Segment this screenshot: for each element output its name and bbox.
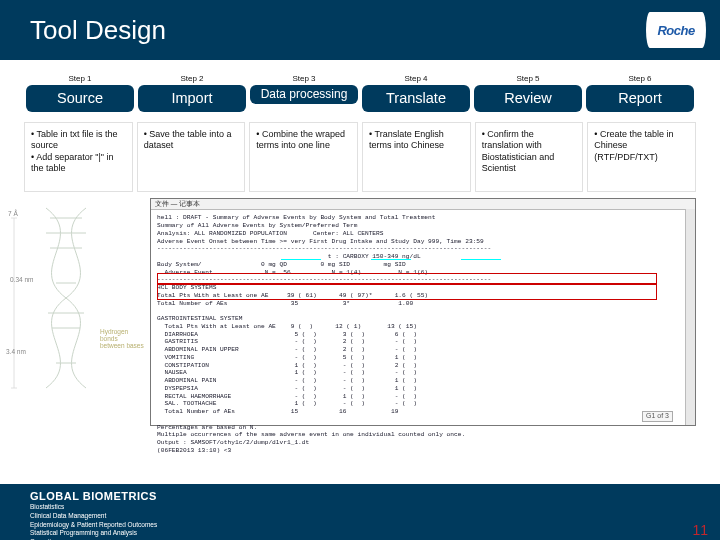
ss-line: ABDOMINAL PAIN - ( ) - ( ) 1 ( ) bbox=[157, 377, 417, 384]
ss-line: RECTAL HAEMORRHAGE - ( ) 1 ( ) - ( ) bbox=[157, 393, 417, 400]
step-label: Step 1 bbox=[24, 74, 136, 83]
ss-line: Total Number of AEs 15 16 19 bbox=[157, 408, 398, 415]
step-title: Translate bbox=[362, 85, 470, 112]
desc-6: Create the table in Chinese (RTF/PDF/TXT… bbox=[587, 122, 696, 192]
step-label: Step 3 bbox=[248, 74, 360, 83]
embedded-notepad-screenshot: 文件 — 记事本 hell : DRAFT - Summary of Adver… bbox=[150, 198, 696, 426]
ss-group: GASTROINTESTINAL SYSTEM bbox=[157, 315, 242, 322]
desc-bullet: Save the table into a dataset bbox=[144, 129, 239, 152]
notepad-body: hell : DRAFT - Summary of Adverse Events… bbox=[151, 210, 695, 458]
ss-line: VOMITING - ( ) 5 ( ) 1 ( ) bbox=[157, 354, 417, 361]
desc-3: Combine the wraped terms into one line bbox=[249, 122, 358, 192]
desc-4: Translate English terms into Chinese bbox=[362, 122, 471, 192]
desc-bullet: Combine the wraped terms into one line bbox=[256, 129, 351, 152]
step-title: Import bbox=[138, 85, 246, 112]
ss-line: DIARRHOEA 5 ( ) 3 ( ) 6 ( ) bbox=[157, 331, 417, 338]
ss-line: CONSTIPATION 1 ( ) - ( ) 2 ( ) bbox=[157, 362, 417, 369]
step-label: Step 5 bbox=[472, 74, 584, 83]
roche-logo: Roche bbox=[646, 12, 706, 48]
step-5: Step 5 Review bbox=[472, 74, 584, 112]
notepad-titlebar: 文件 — 记事本 bbox=[151, 199, 695, 210]
footer-bar: GLOBAL BIOMETRICS Biostatistics Clinical… bbox=[0, 484, 720, 540]
ss-line: Analysis: ALL RANDOMIZED POPULATION Cent… bbox=[157, 230, 384, 237]
step-2: Step 2 Import bbox=[136, 74, 248, 112]
ss-footnote: Percentages are based on N. bbox=[157, 424, 257, 431]
highlight-box bbox=[157, 273, 657, 284]
step-6: Step 6 Report bbox=[584, 74, 696, 112]
footer-line: Epidemiology & Patient Reported Outcomes bbox=[30, 521, 690, 529]
desc-bullet: Translate English terms into Chinese bbox=[369, 129, 464, 152]
ss-line: NAUSEA 1 ( ) - ( ) - ( ) bbox=[157, 369, 417, 376]
dna-label-right: Hydrogen bonds between bases bbox=[100, 328, 144, 349]
desc-2: Save the table into a dataset bbox=[137, 122, 246, 192]
ss-line: Adverse Event Onset between Time >= very… bbox=[157, 238, 484, 245]
step-title: Data processing bbox=[250, 85, 358, 104]
steps-row: Step 1 Source Step 2 Import Step 3 Data … bbox=[0, 60, 720, 116]
highlight-box-2 bbox=[157, 284, 657, 300]
cyan-mark bbox=[281, 259, 321, 260]
step-title: Source bbox=[26, 85, 134, 112]
step-title: Report bbox=[586, 85, 694, 112]
scrollbar[interactable] bbox=[685, 209, 695, 425]
ss-line: GASTRITIS - ( ) 2 ( ) - ( ) bbox=[157, 338, 417, 345]
cyan-mark bbox=[461, 259, 501, 260]
ss-line: Total Pts With at Least one AE 9 ( ) 12 … bbox=[157, 323, 417, 330]
ss-source: Output : SAMSOFT/othy1c/2/dump/dlvr1_1.d… bbox=[157, 439, 309, 446]
desc-1: Table in txt file is the source Add sepa… bbox=[24, 122, 133, 192]
ss-date: (06FEB2013 13:10) <3 bbox=[157, 447, 231, 454]
desc-bullet: Table in txt file is the source bbox=[31, 129, 126, 152]
desc-bullet: Confirm the translation with Biostatisti… bbox=[482, 129, 577, 174]
footer-line: Clinical Data Management bbox=[30, 512, 690, 520]
title-bar: Tool Design Roche bbox=[0, 0, 720, 60]
slide-number: 11 bbox=[692, 522, 708, 538]
page-indicator: G1 of 3 bbox=[642, 411, 673, 422]
desc-5: Confirm the translation with Biostatisti… bbox=[475, 122, 584, 192]
ss-line: SAL. TOOTHACHE 1 ( ) - ( ) - ( ) bbox=[157, 400, 417, 407]
ss-line: ABDOMINAL PAIN UPPER - ( ) 2 ( ) - ( ) bbox=[157, 346, 417, 353]
footer-line: Biostatistics bbox=[30, 503, 690, 511]
ss-line: hell : DRAFT - Summary of Adverse Events… bbox=[157, 214, 435, 221]
desc-bullet: Add separator "|" in the table bbox=[31, 152, 126, 175]
page-title: Tool Design bbox=[30, 15, 166, 46]
step-title: Review bbox=[474, 85, 582, 112]
dna-icon bbox=[6, 198, 150, 428]
step-label: Step 4 bbox=[360, 74, 472, 83]
dna-label-top: 7 Å bbox=[8, 210, 18, 217]
ss-footnote: Multiple occurrences of the same adverse… bbox=[157, 431, 465, 438]
dna-illustration: 7 Å 0.34 nm 3.4 nm Hydrogen bonds betwee… bbox=[6, 198, 150, 426]
ss-line: Total Number of AEs 35 3* 1.00 bbox=[157, 300, 413, 307]
dna-label-bottom: 3.4 nm bbox=[6, 348, 26, 355]
step-3: Step 3 Data processing bbox=[248, 74, 360, 112]
footer-line: Statistical Programming and Analysis bbox=[30, 529, 690, 537]
dna-label-mid: 0.34 nm bbox=[10, 276, 34, 283]
ss-line: Summary of All Adverse Events by System/… bbox=[157, 222, 358, 229]
step-descriptions: Table in txt file is the source Add sepa… bbox=[0, 116, 720, 196]
step-label: Step 6 bbox=[584, 74, 696, 83]
desc-bullet: Create the table in Chinese (RTF/PDF/TXT… bbox=[594, 129, 689, 163]
step-1: Step 1 Source bbox=[24, 74, 136, 112]
step-4: Step 4 Translate bbox=[360, 74, 472, 112]
ss-line: DYSPEPSIA - ( ) - ( ) 1 ( ) bbox=[157, 385, 417, 392]
footer-heading: GLOBAL BIOMETRICS bbox=[30, 490, 690, 502]
step-label: Step 2 bbox=[136, 74, 248, 83]
cyan-mark bbox=[371, 259, 411, 260]
ss-line: Body System/ 0 mg QD 0 mg SID mg SID bbox=[157, 261, 406, 268]
